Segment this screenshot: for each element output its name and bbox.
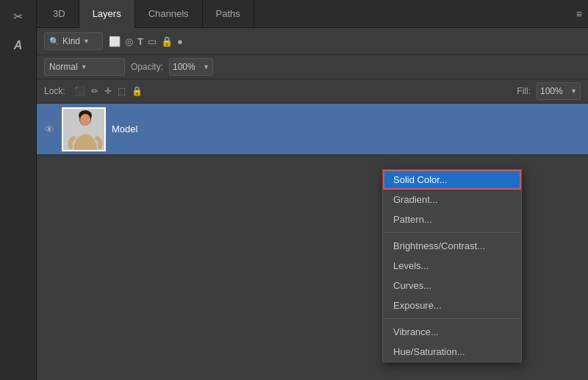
fill-input[interactable]: 100% ▼: [537, 82, 581, 100]
kind-chevron-icon: ▼: [83, 37, 90, 45]
context-menu[interactable]: Solid Color... Gradient... Pattern... Br…: [382, 169, 522, 362]
context-menu-separator-2: [383, 318, 521, 319]
svg-point-3: [80, 114, 90, 126]
layer-name: Model: [112, 123, 137, 135]
layer-item-model[interactable]: 👁: [37, 104, 588, 155]
context-menu-item-levels[interactable]: Levels...: [383, 256, 521, 276]
opacity-label: Opacity:: [131, 62, 163, 72]
lock-label: Lock:: [44, 86, 65, 96]
lock-paint-icon[interactable]: ✏: [91, 86, 98, 96]
layer-thumb-image: [63, 109, 104, 150]
context-menu-item-vibrance[interactable]: Vibrance...: [383, 322, 521, 342]
context-menu-item-brightness-contrast[interactable]: Brightness/Contrast...: [383, 236, 521, 256]
opacity-input[interactable]: 100% ▼: [169, 58, 213, 76]
fill-label: Fill:: [517, 86, 531, 96]
kind-circle-icon[interactable]: ●: [177, 36, 183, 47]
transform-tool[interactable]: ✂: [8, 6, 29, 26]
lock-artboard-icon[interactable]: ⬚: [118, 86, 126, 96]
context-menu-item-curves[interactable]: Curves...: [383, 276, 521, 295]
blend-chevron-icon: ▼: [81, 63, 87, 71]
context-menu-item-pattern[interactable]: Pattern...: [383, 209, 521, 229]
tab-layers[interactable]: Layers: [79, 0, 135, 28]
layer-thumbnail: [62, 107, 106, 151]
layer-visibility-toggle[interactable]: 👁: [43, 123, 56, 135]
lock-pixels-icon[interactable]: ⬛: [74, 86, 85, 96]
kind-select[interactable]: 🔍 Kind ▼: [44, 32, 103, 50]
blend-mode-select[interactable]: Normal ▼: [44, 58, 125, 76]
kind-pixel-icon[interactable]: ⬜: [109, 36, 121, 47]
tab-channels[interactable]: Channels: [135, 0, 203, 28]
fill-chevron-icon: ▼: [570, 87, 577, 95]
blend-row: Normal ▼ Opacity: 100% ▼: [37, 55, 588, 79]
type-tool[interactable]: A: [8, 35, 29, 56]
left-toolbar: ✂ A: [0, 0, 37, 380]
kind-adjustment-icon[interactable]: ◎: [125, 36, 133, 47]
kind-lock-icon[interactable]: 🔒: [161, 36, 173, 47]
context-menu-separator-1: [383, 232, 521, 233]
kind-icons: ⬜ ◎ T ▭ 🔒 ●: [109, 36, 183, 47]
kind-row: 🔍 Kind ▼ ⬜ ◎ T ▭ 🔒 ●: [37, 28, 588, 55]
kind-type-icon[interactable]: T: [137, 36, 143, 47]
tab-bar: 3D Layers Channels Paths ≡: [37, 0, 588, 28]
panel-menu-icon[interactable]: ≡: [576, 8, 582, 20]
context-menu-item-solid-color[interactable]: Solid Color...: [383, 170, 521, 190]
lock-position-icon[interactable]: ✛: [104, 86, 112, 96]
search-icon: 🔍: [49, 37, 60, 46]
tab-paths[interactable]: Paths: [203, 0, 254, 28]
context-menu-item-hue-saturation[interactable]: Hue/Saturation...: [383, 342, 521, 362]
context-menu-item-exposure[interactable]: Exposure...: [383, 295, 521, 315]
kind-shape-icon[interactable]: ▭: [148, 36, 157, 47]
context-menu-item-gradient[interactable]: Gradient...: [383, 190, 521, 209]
lock-all-icon[interactable]: 🔒: [132, 86, 143, 96]
opacity-chevron-icon: ▼: [203, 63, 209, 71]
tab-3d[interactable]: 3D: [40, 0, 79, 28]
lock-row: Lock: ⬛ ✏ ✛ ⬚ 🔒 Fill: 100% ▼: [37, 79, 588, 104]
